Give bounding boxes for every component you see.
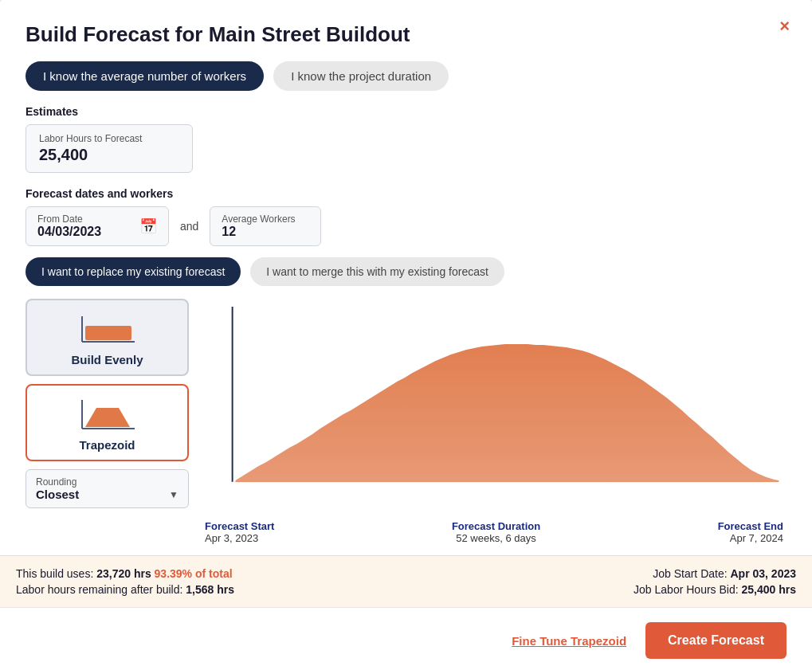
and-text: and [180, 220, 198, 233]
summary-uses-hours: 23,720 hrs [96, 567, 151, 580]
dates-row: From Date 04/03/2023 📅 and Average Worke… [25, 206, 787, 246]
forecast-end-title: Forecast End [718, 520, 783, 532]
chart-container [202, 299, 787, 514]
svg-marker-5 [85, 408, 130, 427]
forecast-duration-value: 52 weeks, 6 days [456, 532, 535, 544]
forecast-start-value: Apr 3, 2023 [205, 532, 258, 544]
right-panel: Forecast Start Apr 3, 2023 Forecast Dura… [189, 299, 787, 544]
rounding-value: Closest [36, 488, 79, 501]
forecast-dates-section: Forecast dates and workers From Date 04/… [25, 187, 787, 246]
summary-uses-text: This build uses: [16, 567, 96, 580]
rounding-select[interactable]: Rounding Closest ▼ [25, 469, 189, 508]
forecast-dates-label: Forecast dates and workers [25, 187, 787, 200]
job-start-value: Apr 03, 2023 [731, 567, 797, 580]
from-date-value: 04/03/2023 [37, 225, 101, 239]
modal-title: Build Forecast for Main Street Buildout [25, 22, 787, 47]
summary-remaining-line: Labor hours remaining after build: 1,568… [16, 583, 234, 596]
summary-uses-line: This build uses: 23,720 hrs 93.39% of to… [16, 567, 234, 580]
merge-button[interactable]: I want to merge this with my existing fo… [250, 257, 504, 286]
from-date-label: From Date [37, 214, 101, 225]
left-panel: Build Evenly Trapezoid Rounding Closest … [25, 299, 189, 544]
rounding-label: Rounding [36, 476, 178, 488]
tab-row: I know the average number of workers I k… [25, 61, 787, 91]
fine-tune-button[interactable]: Fine Tune Trapezoid [512, 634, 626, 648]
build-evenly-label: Build Evenly [71, 353, 143, 366]
chart-svg [202, 299, 787, 514]
tab-duration[interactable]: I know the project duration [273, 61, 449, 91]
build-evenly-icon [76, 311, 139, 347]
footer-row: Fine Tune Trapezoid Create Forecast [0, 607, 812, 666]
labor-hours-label: Labor Hours to Forecast [39, 133, 179, 144]
forecast-end-item: Forecast End Apr 7, 2024 [718, 520, 783, 544]
trapezoid-icon [76, 397, 139, 432]
job-start-line: Job Start Date: Apr 03, 2023 [634, 567, 796, 580]
replace-button[interactable]: I want to replace my existing forecast [25, 257, 241, 286]
build-evenly-card[interactable]: Build Evenly [25, 299, 189, 376]
svg-rect-2 [85, 326, 131, 340]
trapezoid-label: Trapezoid [79, 438, 135, 452]
tab-workers[interactable]: I know the average number of workers [25, 61, 264, 91]
job-labor-value: 25,400 hrs [742, 583, 797, 596]
replace-merge-row: I want to replace my existing forecast I… [25, 257, 787, 286]
estimates-section-label: Estimates [25, 105, 787, 118]
trapezoid-card[interactable]: Trapezoid [25, 384, 189, 461]
main-content: Build Evenly Trapezoid Rounding Closest … [25, 299, 787, 544]
avg-workers-value: 12 [222, 225, 309, 239]
close-button[interactable]: × [779, 18, 790, 35]
forecast-duration-title: Forecast Duration [452, 520, 540, 532]
labor-hours-value: 25,400 [39, 146, 179, 164]
from-date-box[interactable]: From Date 04/03/2023 📅 [25, 206, 169, 246]
summary-remaining-text: Labor hours remaining after build: [16, 583, 186, 596]
estimates-box: Labor Hours to Forecast 25,400 [25, 124, 193, 173]
forecast-start-title: Forecast Start [205, 520, 274, 532]
forecast-start-item: Forecast Start Apr 3, 2023 [205, 520, 274, 544]
forecast-duration-item: Forecast Duration 52 weeks, 6 days [452, 520, 540, 544]
forecast-info-row: Forecast Start Apr 3, 2023 Forecast Dura… [202, 520, 787, 544]
job-start-label: Job Start Date: [653, 567, 727, 580]
summary-uses-pct: 93.39% of total [155, 567, 233, 580]
avg-workers-label: Average Workers [222, 214, 309, 225]
create-forecast-button[interactable]: Create Forecast [645, 622, 787, 659]
summary-right: Job Start Date: Apr 03, 2023 Job Labor H… [634, 567, 796, 596]
summary-remaining-hours: 1,568 hrs [186, 583, 234, 596]
avg-workers-box[interactable]: Average Workers 12 [210, 206, 321, 246]
forecast-end-value: Apr 7, 2024 [730, 532, 783, 544]
summary-left: This build uses: 23,720 hrs 93.39% of to… [16, 567, 234, 596]
job-labor-line: Job Labor Hours Bid: 25,400 hrs [634, 583, 796, 596]
modal-container: Build Forecast for Main Street Buildout … [0, 0, 812, 666]
chevron-down-icon: ▼ [169, 489, 178, 500]
calendar-icon: 📅 [139, 217, 157, 235]
summary-bar: This build uses: 23,720 hrs 93.39% of to… [0, 555, 812, 607]
job-labor-label: Job Labor Hours Bid: [634, 583, 739, 596]
